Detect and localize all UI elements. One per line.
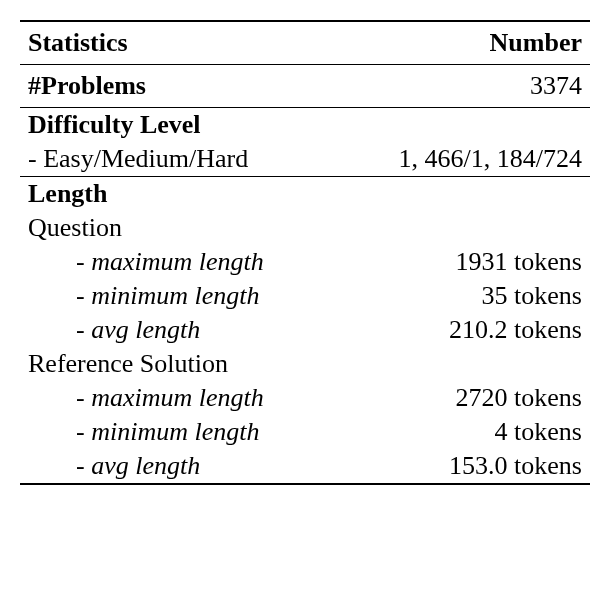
difficulty-value: 1, 466/1, 184/724 [399, 144, 582, 174]
reference-label: Reference Solution [28, 349, 228, 379]
header-row: Statistics Number [20, 22, 590, 64]
question-label-row: Question [20, 211, 590, 245]
question-avg-label: - avg length [28, 315, 200, 345]
problems-row: #Problems 3374 [20, 65, 590, 107]
difficulty-label: - Easy/Medium/Hard [28, 144, 248, 174]
question-avg-row: - avg length 210.2 tokens [20, 313, 590, 347]
reference-max-value: 2720 tokens [456, 383, 582, 413]
question-max-value: 1931 tokens [456, 247, 582, 277]
problems-label: #Problems [28, 71, 146, 101]
difficulty-row: - Easy/Medium/Hard 1, 466/1, 184/724 [20, 142, 590, 176]
question-min-row: - minimum length 35 tokens [20, 279, 590, 313]
header-number: Number [490, 28, 582, 58]
difficulty-heading-row: Difficulty Level [20, 108, 590, 142]
reference-min-value: 4 tokens [495, 417, 582, 447]
difficulty-heading: Difficulty Level [28, 110, 201, 140]
reference-min-row: - minimum length 4 tokens [20, 415, 590, 449]
question-min-label: - minimum length [28, 281, 259, 311]
length-heading-row: Length [20, 177, 590, 211]
question-label: Question [28, 213, 122, 243]
reference-max-row: - maximum length 2720 tokens [20, 381, 590, 415]
question-max-row: - maximum length 1931 tokens [20, 245, 590, 279]
question-max-label: - maximum length [28, 247, 264, 277]
reference-min-label: - minimum length [28, 417, 259, 447]
question-avg-value: 210.2 tokens [449, 315, 582, 345]
statistics-table: Statistics Number #Problems 3374 Difficu… [20, 20, 590, 485]
header-statistics: Statistics [28, 28, 128, 58]
reference-avg-label: - avg length [28, 451, 200, 481]
reference-max-label: - maximum length [28, 383, 264, 413]
question-min-value: 35 tokens [482, 281, 582, 311]
problems-value: 3374 [530, 71, 582, 101]
reference-avg-value: 153.0 tokens [449, 451, 582, 481]
reference-label-row: Reference Solution [20, 347, 590, 381]
reference-avg-row: - avg length 153.0 tokens [20, 449, 590, 483]
length-heading: Length [28, 179, 107, 209]
